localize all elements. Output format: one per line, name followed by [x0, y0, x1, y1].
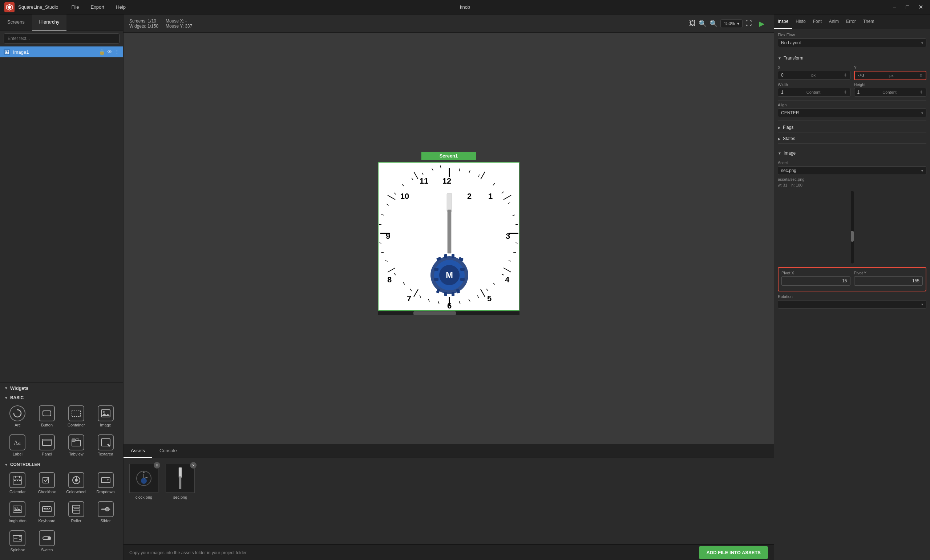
states-chevron: ▶ [778, 137, 781, 141]
screen-container: Screen1 [378, 162, 519, 315]
calendar-widget-label: Calendar [9, 489, 26, 494]
main-layout: Screens Hierarchy Image1 🔒 👁 ⋮ ▼ Widgets [0, 14, 930, 560]
widget-tabview[interactable]: Tabview [63, 431, 91, 459]
widget-imgbutton[interactable]: Imgbutton [4, 498, 32, 526]
widget-panel[interactable]: Panel [33, 431, 61, 459]
asset-item-sec: ✕ sec.png [166, 464, 195, 539]
widget-switch[interactable]: Switch [33, 527, 61, 555]
svg-line-74 [516, 243, 518, 243]
flags-section[interactable]: ▶ Flags [778, 123, 926, 132]
asset-close-sec[interactable]: ✕ [190, 462, 197, 468]
widget-textarea[interactable]: Textarea [92, 431, 120, 459]
add-file-button[interactable]: ADD FILE INTO ASSETS [699, 546, 768, 559]
maximize-button[interactable]: □ [902, 2, 913, 12]
asset-dropdown[interactable]: sec.png ▾ [778, 166, 926, 175]
zoom-control[interactable]: 150% ▾ [721, 19, 742, 28]
widget-calendar[interactable]: Calendar [4, 469, 32, 497]
widget-colorwheel[interactable]: Colorwheel [63, 469, 91, 497]
width-field[interactable]: 1 Content ⬍ [778, 88, 850, 97]
x-field[interactable]: 0 px ⬍ [778, 71, 850, 80]
insp-tab-histo[interactable]: Histo [792, 14, 809, 29]
canvas-scrollbar[interactable] [378, 311, 519, 315]
image-header[interactable]: ▼ Image [778, 149, 926, 158]
widget-label[interactable]: Aa Label [4, 431, 32, 459]
lock-icon[interactable]: 🔒 [99, 49, 105, 55]
tab-hierarchy[interactable]: Hierarchy [32, 14, 67, 31]
widget-spinbox[interactable]: Spinbox [4, 527, 32, 555]
svg-line-71 [508, 203, 510, 204]
pivot-x-label: Pivot X [781, 271, 850, 275]
asset-name-sec: sec.png [173, 495, 188, 499]
zoom-out-button[interactable]: 🔍 [699, 20, 707, 28]
button-widget-label: Button [41, 423, 53, 427]
flex-flow-dropdown[interactable]: No Layout ▾ [778, 38, 926, 47]
insp-tab-anim[interactable]: Anim [825, 14, 842, 29]
pivot-row: Pivot X 15 Pivot Y 155 [781, 271, 923, 285]
svg-rect-118 [460, 268, 465, 271]
window-controls: − □ ✕ [889, 2, 925, 12]
x-group: X 0 px ⬍ [778, 65, 850, 80]
widget-checkbox[interactable]: Checkbox [33, 469, 61, 497]
widget-dropdown[interactable]: Dropdown [92, 469, 120, 497]
insp-tab-inspe[interactable]: Inspe [774, 14, 792, 29]
widget-container[interactable]: Container [63, 402, 91, 430]
height-group: Height 1 Content ⬍ [854, 82, 927, 97]
height-field[interactable]: 1 Content ⬍ [854, 88, 927, 97]
menu-help[interactable]: Help [114, 4, 128, 11]
separator-3 [778, 120, 926, 121]
svg-line-78 [493, 283, 495, 285]
hierarchy-item-image1[interactable]: Image1 🔒 👁 ⋮ [0, 46, 123, 57]
tab-console[interactable]: Console [152, 444, 184, 458]
insp-tab-them[interactable]: Them [859, 14, 878, 29]
inspector-content: Flex Flow No Layout ▾ ▼ Transform [774, 29, 930, 560]
widget-image[interactable]: Image [92, 402, 120, 430]
widget-arc[interactable]: Arc [4, 402, 32, 430]
vertical-scrollbar[interactable] [851, 191, 854, 264]
controller-widget-grid: Calendar Checkbox Colorwheel [0, 468, 123, 556]
textarea-widget-label: Textarea [98, 452, 113, 456]
widgets-section: ▼ Widgets ▼ BASIC Arc [0, 382, 123, 560]
eye-icon[interactable]: 👁 [107, 49, 112, 55]
search-input[interactable] [4, 34, 120, 43]
minimize-button[interactable]: − [889, 2, 899, 12]
rotation-field[interactable]: ▾ [778, 300, 926, 308]
controller-section-header[interactable]: ▼ CONTROLLER [0, 460, 123, 468]
label-widget-label: Label [13, 452, 23, 456]
states-section[interactable]: ▶ States [778, 134, 926, 144]
svg-line-62 [388, 268, 395, 272]
widget-slider[interactable]: Slider [92, 498, 120, 526]
zoom-in-button[interactable]: 🔍 [710, 20, 718, 28]
pivot-x-group: Pivot X 15 [781, 271, 850, 285]
widget-keyboard[interactable]: Keyboard [33, 498, 61, 526]
assets-content: ✕ clock.png [123, 458, 774, 560]
container-widget-icon [68, 405, 84, 421]
menu-file[interactable]: File [69, 4, 82, 11]
insp-tab-error[interactable]: Error [842, 14, 859, 29]
transform-header[interactable]: ▼ Transform [778, 53, 926, 63]
tab-screens[interactable]: Screens [0, 14, 32, 31]
menu-export[interactable]: Export [89, 4, 107, 11]
more-icon[interactable]: ⋮ [114, 49, 120, 55]
pivot-y-field[interactable]: 155 [854, 276, 923, 285]
align-dropdown[interactable]: CENTER ▾ [778, 109, 926, 117]
close-button[interactable]: ✕ [916, 2, 925, 12]
flex-flow-label: Flex Flow [778, 33, 926, 37]
slider-widget-icon [98, 501, 114, 517]
asset-close-clock[interactable]: ✕ [154, 462, 160, 468]
pivot-x-field[interactable]: 15 [781, 276, 850, 285]
basic-section-header[interactable]: ▼ BASIC [0, 394, 123, 401]
svg-rect-121 [451, 292, 454, 296]
image-widget-icon [98, 405, 114, 421]
roller-widget-icon [68, 501, 84, 517]
canvas-scroll-thumb [413, 311, 456, 315]
widget-roller[interactable]: Roller [63, 498, 91, 526]
y-field[interactable]: -70 px ⬍ [854, 71, 927, 80]
play-button[interactable]: ▶ [755, 17, 768, 30]
widget-button[interactable]: Button [33, 402, 61, 430]
image-mode-button[interactable]: 🖼 [689, 20, 696, 27]
fullscreen-button[interactable]: ⛶ [745, 20, 752, 27]
zoom-dropdown-icon: ▾ [737, 21, 739, 26]
widgets-header[interactable]: ▼ Widgets [0, 382, 123, 394]
tab-assets[interactable]: Assets [123, 444, 152, 458]
insp-tab-font[interactable]: Font [809, 14, 825, 29]
